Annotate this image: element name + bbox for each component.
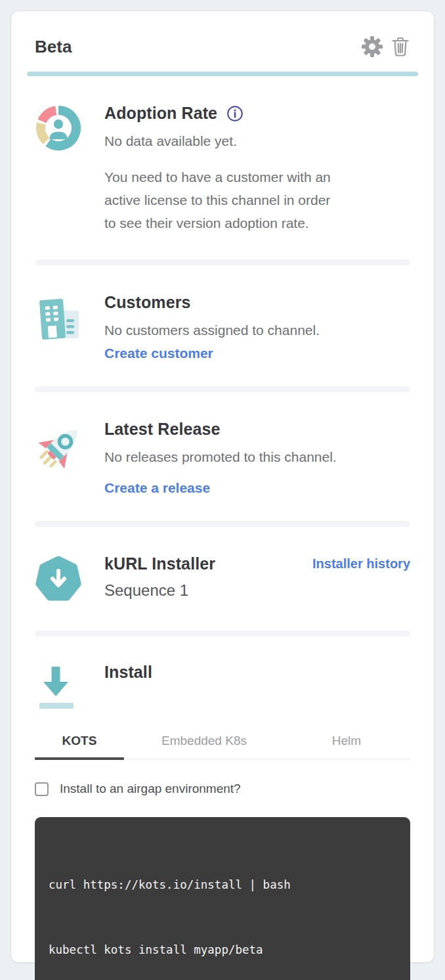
rocket-icon (35, 420, 82, 496)
adoption-rate-section: Adoption Rate No data available yet. You… (35, 104, 410, 234)
command-line: curl https://kots.io/install | bash (49, 874, 396, 896)
trash-icon[interactable] (391, 35, 410, 58)
section-divider (35, 631, 410, 636)
customers-title: Customers (104, 293, 191, 312)
donut-person-icon (35, 104, 82, 234)
install-section: Install (35, 663, 410, 715)
airgap-row: Install to an airgap environment? (35, 782, 410, 796)
download-arrow-icon (35, 663, 82, 715)
airgap-label: Install to an airgap environment? (60, 782, 241, 796)
buildings-icon (35, 293, 82, 361)
channel-title: Beta (35, 37, 72, 57)
airgap-checkbox[interactable] (35, 782, 49, 796)
install-title: Install (104, 663, 152, 682)
tab-kots[interactable]: KOTS (35, 734, 124, 759)
customers-empty-text: No customers assigned to channel. (104, 319, 410, 342)
adoption-rate-title: Adoption Rate (104, 104, 217, 123)
release-empty-text: No releases promoted to this channel. (104, 445, 410, 468)
section-divider (35, 386, 410, 392)
channel-accent-bar (27, 72, 418, 76)
tab-helm[interactable]: Helm (284, 734, 409, 759)
card-header: Beta (35, 35, 410, 58)
section-divider (35, 521, 410, 527)
header-actions (361, 35, 410, 58)
latest-release-title: Latest Release (104, 420, 221, 439)
info-icon[interactable] (226, 105, 244, 122)
gear-icon[interactable] (361, 35, 383, 58)
create-customer-link[interactable]: Create customer (104, 345, 213, 361)
kurl-heptagon-download-icon (35, 554, 82, 606)
create-release-link[interactable]: Create a release (104, 480, 210, 496)
channel-card: Beta (11, 11, 434, 963)
latest-release-section: Latest Release No releases promoted to t… (35, 420, 410, 496)
install-command-code: curl https://kots.io/install | bash kube… (35, 817, 410, 980)
kurl-installer-section: kURL Installer Installer history Sequenc… (35, 554, 410, 606)
adoption-empty-text: No data available yet. (104, 129, 410, 152)
command-line: kubectl kots install myapp/beta (49, 939, 396, 961)
installer-history-link[interactable]: Installer history (312, 556, 410, 571)
tab-embedded-k8s[interactable]: Embedded K8s (124, 734, 284, 759)
kurl-installer-title: kURL Installer (104, 554, 215, 573)
customers-section: Customers No customers assigned to chann… (35, 293, 410, 361)
adoption-hint-text: You need to have a customer with an acti… (104, 166, 410, 234)
install-tabs: KOTS Embedded K8s Helm (35, 734, 410, 759)
installer-sequence: Sequence 1 (104, 581, 410, 600)
section-divider (35, 259, 410, 265)
